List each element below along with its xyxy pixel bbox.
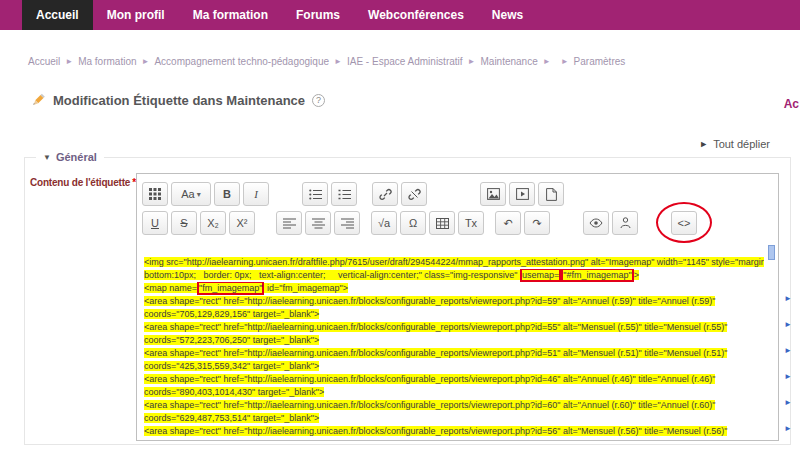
nav-item-ma-formation[interactable]: Ma formation <box>179 0 282 30</box>
superscript-button[interactable]: X² <box>229 211 255 235</box>
toolbar-row-1: Aa▾ B I <box>142 182 773 206</box>
html-editor: Aa▾ B I U S X₂ X² √a Ω Tx ↶ ↷ <box>136 173 779 441</box>
bold-button[interactable]: B <box>214 182 240 206</box>
code-text: <area shape="rect" href="http://iaelearn… <box>144 400 715 410</box>
help-icon[interactable]: ? <box>312 94 325 107</box>
table-button[interactable] <box>429 211 455 235</box>
nav-item-accueil[interactable]: Accueil <box>22 0 93 30</box>
code-text: coords="629,487,753,514" target="_blank"… <box>144 413 319 423</box>
code-text: <area shape="rect" href="http://iaelearn… <box>144 374 715 384</box>
redo-button[interactable]: ↷ <box>524 211 550 235</box>
pencil-icon <box>30 92 46 108</box>
code-line: <area shape="rect" href="http://iaelearn… <box>144 321 764 334</box>
breadcrumb-item[interactable]: Maintenance <box>480 56 537 67</box>
strikethrough-button[interactable]: S <box>171 211 197 235</box>
styles-label: Aa <box>181 188 194 200</box>
code-text: coords="705,129,829,156" target="_blank"… <box>144 309 319 319</box>
code-line: coords="890,403,1014,430" target="_blank… <box>144 386 764 399</box>
clear-formatting-button[interactable]: Tx <box>458 211 484 235</box>
nav-item-forums[interactable]: Forums <box>282 0 354 30</box>
unlink-button[interactable] <box>401 182 427 206</box>
code-text: coords="425,315,559,342" target="_blank"… <box>144 361 319 371</box>
toggle-toolbar-button[interactable] <box>142 182 168 206</box>
insert-media-button[interactable] <box>509 182 535 206</box>
breadcrumb: Accueil ► Ma formation ► Accompagnement … <box>28 56 625 67</box>
code-text: coords="572,223,706,250" target="_blank"… <box>144 335 319 345</box>
field-label-text: Contenu de l'étiquette <box>30 177 130 188</box>
special-character-button[interactable]: Ω <box>400 211 426 235</box>
paragraph-styles-button[interactable]: Aa▾ <box>171 182 211 206</box>
html-source-button[interactable]: <> <box>671 211 697 235</box>
code-text: bottom:10px; border: 0px; text-align:cen… <box>144 270 520 280</box>
code-line: <area shape="rect" href="http://iaelearn… <box>144 425 764 438</box>
chevron-down-icon: ▾ <box>197 190 201 199</box>
editor-toolbar: Aa▾ B I U S X₂ X² √a Ω Tx ↶ ↷ <box>137 174 778 240</box>
general-section-legend[interactable]: ▼ Général <box>36 151 104 163</box>
code-line: <area shape="rect" href="http://iaelearn… <box>144 399 764 412</box>
page-header: Modification Étiquette dans Maintenance … <box>30 92 325 108</box>
code-text: coords="890,403,1014,430" target="_blank… <box>144 387 324 397</box>
breadcrumb-item[interactable]: Ma formation <box>78 56 136 67</box>
align-right-button[interactable] <box>334 211 360 235</box>
code-line: <area shape="rect" href="http://iaelearn… <box>144 347 764 360</box>
overflow-arrow-icon: ► <box>784 294 792 303</box>
field-label-contenu: Contenu de l'étiquette* <box>30 177 136 188</box>
nav-item-news[interactable]: News <box>478 0 537 30</box>
overflow-arrow-icon: ► <box>784 424 792 433</box>
undo-button[interactable]: ↶ <box>495 211 521 235</box>
chevron-down-icon: ▼ <box>43 153 51 162</box>
subscript-button[interactable]: X₂ <box>200 211 226 235</box>
top-navigation: Accueil Mon profil Ma formation Forums W… <box>0 0 800 30</box>
insert-image-button[interactable] <box>480 182 506 206</box>
accessibility-checker-button[interactable] <box>583 211 609 235</box>
italic-button[interactable]: I <box>243 182 269 206</box>
align-center-button[interactable] <box>305 211 331 235</box>
editor-content[interactable]: <img src="http://iaelearning.unicaen.fr/… <box>137 240 778 440</box>
breadcrumb-separator-icon: ► <box>65 57 73 66</box>
breadcrumb-item[interactable]: Accompagnement techno-pédagogique <box>154 56 329 67</box>
manage-files-button[interactable] <box>538 182 564 206</box>
nav-item-webconferences[interactable]: Webconférences <box>354 0 478 30</box>
expand-all-label: Tout déplier <box>713 138 770 150</box>
scrollbar-thumb[interactable] <box>768 245 775 260</box>
ordered-list-button[interactable] <box>331 182 357 206</box>
code-line: coords="629,487,753,514" target="_blank"… <box>144 412 764 425</box>
code-text: <map name= <box>144 283 197 293</box>
code-line: coords="425,315,559,342" target="_blank"… <box>144 360 764 373</box>
link-button[interactable] <box>372 182 398 206</box>
annotation-box-usemap-attr: usemap= <box>520 269 561 282</box>
code-text: <area shape="rect" href="http://iaelearn… <box>144 348 727 358</box>
code-line: <area shape="rect" href="http://iaelearn… <box>144 373 764 386</box>
edit-mode-cutoff-text[interactable]: Ac <box>784 97 799 111</box>
breadcrumb-separator-icon: ► <box>142 57 150 66</box>
unordered-list-button[interactable] <box>302 182 328 206</box>
align-left-button[interactable] <box>276 211 302 235</box>
nav-item-mon-profil[interactable]: Mon profil <box>93 0 179 30</box>
chevron-right-icon: ► <box>699 139 708 149</box>
equation-button[interactable]: √a <box>371 211 397 235</box>
code-text: > <box>634 270 639 280</box>
annotation-box-usemap-value: "#fm_imagemap" <box>561 269 633 282</box>
overflow-arrow-icon: ► <box>784 320 792 329</box>
breadcrumb-item[interactable]: Paramètres <box>574 56 626 67</box>
overflow-arrow-icon: ► <box>784 372 792 381</box>
page-title: Modification Étiquette dans Maintenance <box>53 93 305 108</box>
code-line: bottom:10px; border: 0px; text-align:cen… <box>144 269 764 282</box>
code-text: id="fm_imagemap"> <box>264 283 347 293</box>
screenreader-helper-button[interactable] <box>612 211 638 235</box>
code-text: <area shape="rect" href="http://iaelearn… <box>144 322 727 332</box>
overflow-arrow-icon: ► <box>784 346 792 355</box>
underline-button[interactable]: U <box>142 211 168 235</box>
breadcrumb-separator-icon: ► <box>561 57 569 66</box>
code-line: <map name="fm_imagemap" id="fm_imagemap"… <box>144 282 764 295</box>
breadcrumb-separator-icon: ► <box>334 57 342 66</box>
breadcrumb-separator-icon: ► <box>468 57 476 66</box>
code-line: <img src="http://iaelearning.unicaen.fr/… <box>144 256 764 269</box>
code-text: <area shape="rect" href="http://iaelearn… <box>144 296 715 306</box>
expand-all-link[interactable]: ► Tout déplier <box>699 138 770 150</box>
breadcrumb-item[interactable]: Accueil <box>28 56 60 67</box>
code-text: <area shape="rect" href="http://iaelearn… <box>144 426 727 436</box>
code-text: <img src="http://iaelearning.unicaen.fr/… <box>144 257 764 267</box>
breadcrumb-item[interactable]: IAE - Espace Administratif <box>347 56 463 67</box>
toolbar-row-2: U S X₂ X² √a Ω Tx ↶ ↷ <> <box>142 211 773 235</box>
